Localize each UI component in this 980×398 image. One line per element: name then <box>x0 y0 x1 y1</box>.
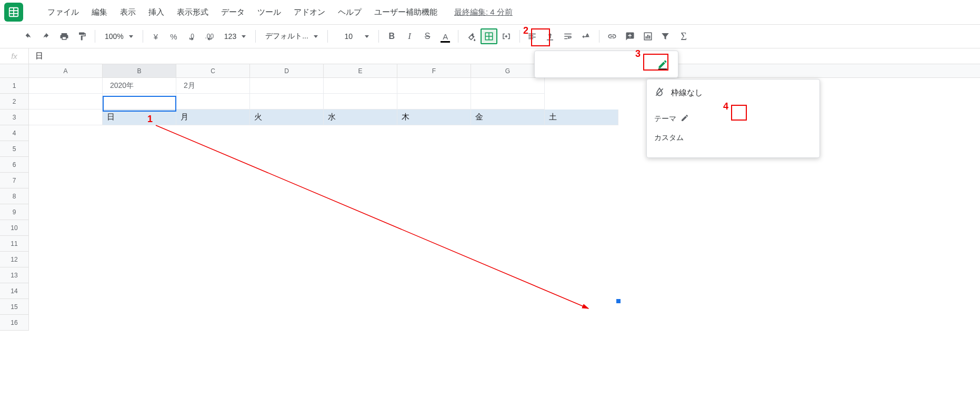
cell[interactable] <box>324 78 397 94</box>
row-header[interactable]: 9 <box>0 204 29 220</box>
col-header[interactable]: G <box>471 64 545 77</box>
italic-button[interactable]: I <box>401 28 418 44</box>
select-all-corner[interactable] <box>0 64 29 78</box>
row-header[interactable]: 2 <box>0 94 29 110</box>
cell[interactable]: 土 <box>545 110 618 125</box>
last-edit-link[interactable]: 最終編集: 4 分前 <box>454 7 513 17</box>
row-header[interactable]: 14 <box>0 283 29 299</box>
col-header[interactable]: C <box>176 64 250 77</box>
font-size-dropdown[interactable]: 10 <box>332 28 374 44</box>
cell[interactable] <box>471 78 545 94</box>
strikethrough-button[interactable]: S <box>419 28 436 44</box>
menu-accessibility[interactable]: ユーザー補助機能 <box>369 4 443 21</box>
redo-button[interactable] <box>38 28 55 44</box>
cell[interactable]: 2月 <box>176 78 250 94</box>
font-dropdown[interactable]: デフォルト... <box>260 28 323 44</box>
menu-data[interactable]: データ <box>216 4 250 21</box>
row-header[interactable]: 3 <box>0 110 29 125</box>
merge-button[interactable] <box>498 28 515 44</box>
cell[interactable]: 木 <box>397 110 471 125</box>
app-logo[interactable] <box>4 3 23 22</box>
cell[interactable]: 金 <box>471 110 545 125</box>
cell[interactable] <box>471 94 545 110</box>
text-rotation-button[interactable] <box>578 28 595 44</box>
bold-button[interactable]: B <box>383 28 400 44</box>
range-handle[interactable] <box>616 299 621 303</box>
menu-tools[interactable]: ツール <box>252 4 286 21</box>
row-header[interactable]: 8 <box>0 188 29 204</box>
menu-edit[interactable]: 編集 <box>86 4 113 21</box>
no-border-label[interactable]: 枠線なし <box>671 88 703 98</box>
increase-decimal-button[interactable]: .00 <box>201 28 218 44</box>
row-header[interactable]: 7 <box>0 173 29 188</box>
col-header[interactable]: B <box>103 64 176 77</box>
undo-button[interactable] <box>20 28 37 44</box>
col-header[interactable]: A <box>29 64 103 77</box>
cell[interactable]: 火 <box>250 110 324 125</box>
borders-button[interactable] <box>481 28 497 44</box>
cell[interactable] <box>176 94 250 110</box>
fx-label: fx <box>0 48 29 64</box>
cell[interactable] <box>29 78 103 94</box>
cell[interactable] <box>397 78 471 94</box>
functions-button[interactable]: Σ <box>675 28 692 44</box>
edit-theme-icon[interactable] <box>681 114 689 124</box>
comment-button[interactable] <box>622 28 638 44</box>
toolbar: 100% ¥ % .0 .00 123 デフォルト... 10 B I S A … <box>0 25 980 48</box>
menu-view[interactable]: 表示 <box>115 4 141 21</box>
month-value[interactable]: 2月 <box>184 81 195 91</box>
formula-bar[interactable]: 日 <box>29 51 49 61</box>
cell[interactable]: 月 <box>176 110 250 125</box>
col-header[interactable]: F <box>397 64 471 77</box>
row-header[interactable]: 16 <box>0 315 29 331</box>
no-fill-icon[interactable] <box>654 87 665 99</box>
annotation-2: 2 <box>523 25 528 36</box>
col-header[interactable]: D <box>250 64 324 77</box>
cell[interactable] <box>250 94 324 110</box>
row-header[interactable]: 12 <box>0 252 29 267</box>
text-wrap-button[interactable] <box>560 28 577 44</box>
currency-button[interactable]: ¥ <box>147 28 164 44</box>
svg-rect-11 <box>647 35 648 39</box>
cell[interactable] <box>103 94 176 110</box>
row-header[interactable]: 10 <box>0 220 29 236</box>
cell[interactable]: 水 <box>324 110 397 125</box>
col-header[interactable]: E <box>324 64 397 77</box>
decrease-decimal-button[interactable]: .0 <box>183 28 200 44</box>
cell[interactable] <box>324 94 397 110</box>
text-color-button[interactable]: A <box>437 28 454 44</box>
print-button[interactable] <box>56 28 73 44</box>
cell[interactable]: 日 <box>103 110 176 125</box>
zoom-dropdown[interactable]: 100% <box>99 28 138 44</box>
menu-insert[interactable]: 挿入 <box>143 4 169 21</box>
cell[interactable] <box>29 110 103 125</box>
menu-file[interactable]: ファイル <box>42 4 84 21</box>
cell[interactable] <box>250 78 324 94</box>
row-header[interactable]: 4 <box>0 125 29 141</box>
annotation-3-box <box>643 54 668 71</box>
paint-format-button[interactable] <box>74 28 91 44</box>
menu-bar: ファイル 編集 表示 挿入 表示形式 データ ツール アドオン ヘルプ ユーザー… <box>42 4 443 21</box>
row-header[interactable]: 6 <box>0 157 29 173</box>
annotation-4: 4 <box>723 101 728 112</box>
year-value[interactable]: 2020年 <box>110 81 134 91</box>
cell[interactable]: 2020年 <box>103 78 176 94</box>
row-header[interactable]: 11 <box>0 236 29 252</box>
menu-help[interactable]: ヘルプ <box>333 4 367 21</box>
row-header[interactable]: 1 <box>0 78 29 94</box>
row-header[interactable]: 5 <box>0 141 29 157</box>
custom-label: カスタム <box>654 133 684 143</box>
percent-button[interactable]: % <box>165 28 182 44</box>
number-format-dropdown[interactable]: 123 <box>219 28 251 44</box>
cell[interactable] <box>397 94 471 110</box>
link-button[interactable] <box>604 28 621 44</box>
row-header[interactable]: 13 <box>0 267 29 283</box>
filter-button[interactable] <box>657 28 674 44</box>
row-header[interactable]: 15 <box>0 299 29 315</box>
cell[interactable] <box>29 94 103 110</box>
chart-button[interactable] <box>639 28 656 44</box>
svg-rect-10 <box>646 36 647 39</box>
menu-addons[interactable]: アドオン <box>288 4 331 21</box>
fill-color-button[interactable] <box>463 28 479 44</box>
menu-format[interactable]: 表示形式 <box>172 4 214 21</box>
